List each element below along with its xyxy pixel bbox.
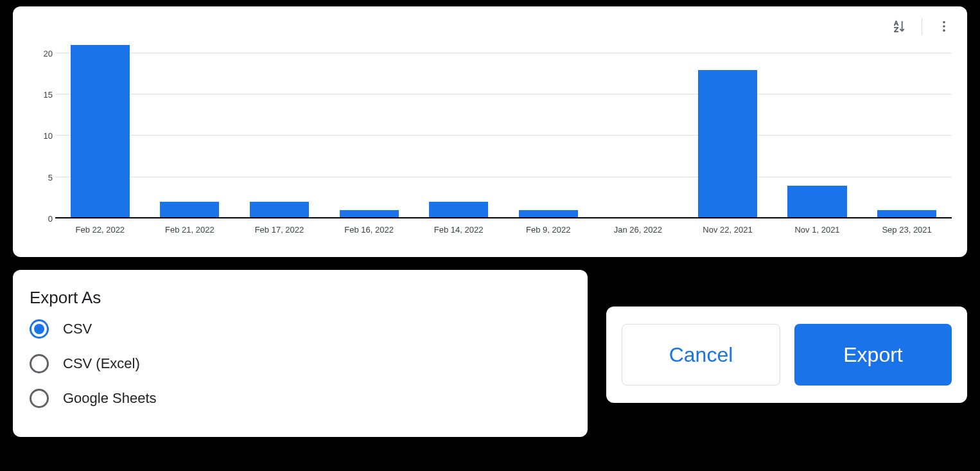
radio-dot — [34, 324, 44, 334]
actions-card: Cancel Export — [606, 307, 967, 403]
y-tick-label: 20 — [30, 48, 53, 58]
y-tick-label: 10 — [30, 131, 53, 141]
export-as-card: Export As CSVCSV (Excel)Google Sheets — [13, 270, 588, 437]
y-axis: 05101520 — [30, 45, 53, 218]
x-tick-label: Jan 26, 2022 — [593, 225, 683, 235]
bar[interactable] — [250, 202, 309, 218]
export-option-0[interactable]: CSV — [30, 319, 571, 339]
radio-icon[interactable] — [30, 319, 49, 339]
cancel-button[interactable]: Cancel — [622, 324, 780, 386]
export-as-options: CSVCSV (Excel)Google Sheets — [30, 319, 571, 408]
x-tick-label: Feb 14, 2022 — [414, 225, 503, 235]
more-vert-icon[interactable] — [936, 19, 952, 34]
bar-slot: Feb 22, 2022 — [55, 45, 145, 218]
bar-slot: Feb 9, 2022 — [503, 45, 593, 218]
x-tick-label: Feb 16, 2022 — [324, 225, 414, 235]
x-tick-label: Feb 22, 2022 — [55, 225, 145, 235]
svg-point-2 — [943, 30, 945, 32]
x-tick-label: Nov 22, 2021 — [683, 225, 773, 235]
radio-icon[interactable] — [30, 354, 49, 373]
x-tick-label: Sep 23, 2021 — [862, 225, 952, 235]
export-option-label: Google Sheets — [63, 390, 157, 407]
export-option-1[interactable]: CSV (Excel) — [30, 354, 571, 373]
bar[interactable] — [698, 70, 757, 218]
x-tick-label: Feb 17, 2022 — [234, 225, 324, 235]
chart-bars: Feb 22, 2022Feb 21, 2022Feb 17, 2022Feb … — [55, 45, 952, 218]
export-button[interactable]: Export — [794, 324, 952, 386]
bar-slot: Feb 21, 2022 — [145, 45, 235, 218]
bar[interactable] — [787, 186, 846, 218]
x-tick-label: Feb 21, 2022 — [145, 225, 235, 235]
export-option-2[interactable]: Google Sheets — [30, 389, 571, 408]
bar-slot: Jan 26, 2022 — [593, 45, 683, 218]
svg-point-1 — [943, 25, 945, 28]
chart-baseline — [55, 217, 952, 218]
y-tick-label: 5 — [30, 172, 53, 182]
sort-az-icon[interactable] — [892, 19, 907, 34]
export-as-title: Export As — [30, 288, 571, 308]
x-tick-label: Nov 1, 2021 — [773, 225, 862, 235]
radio-icon[interactable] — [30, 389, 49, 408]
bar-slot: Feb 16, 2022 — [324, 45, 414, 218]
bar-slot: Nov 1, 2021 — [773, 45, 862, 218]
y-tick-label: 15 — [30, 90, 53, 100]
bar-slot: Sep 23, 2021 — [862, 45, 952, 218]
chart-toolbar — [892, 18, 952, 35]
bar-slot: Nov 22, 2021 — [683, 45, 773, 218]
svg-point-0 — [943, 21, 945, 24]
y-tick-label: 0 — [30, 214, 53, 224]
x-tick-label: Feb 9, 2022 — [503, 225, 593, 235]
bar[interactable] — [71, 45, 130, 218]
chart-plot-area: 05101520 Feb 22, 2022Feb 21, 2022Feb 17,… — [55, 45, 952, 218]
bar[interactable] — [429, 202, 488, 218]
chart-card: 05101520 Feb 22, 2022Feb 21, 2022Feb 17,… — [13, 6, 967, 257]
export-option-label: CSV (Excel) — [63, 355, 140, 372]
bar-slot: Feb 14, 2022 — [414, 45, 503, 218]
toolbar-divider — [922, 18, 922, 35]
bar-slot: Feb 17, 2022 — [234, 45, 324, 218]
export-option-label: CSV — [63, 321, 92, 337]
bar[interactable] — [160, 202, 219, 218]
